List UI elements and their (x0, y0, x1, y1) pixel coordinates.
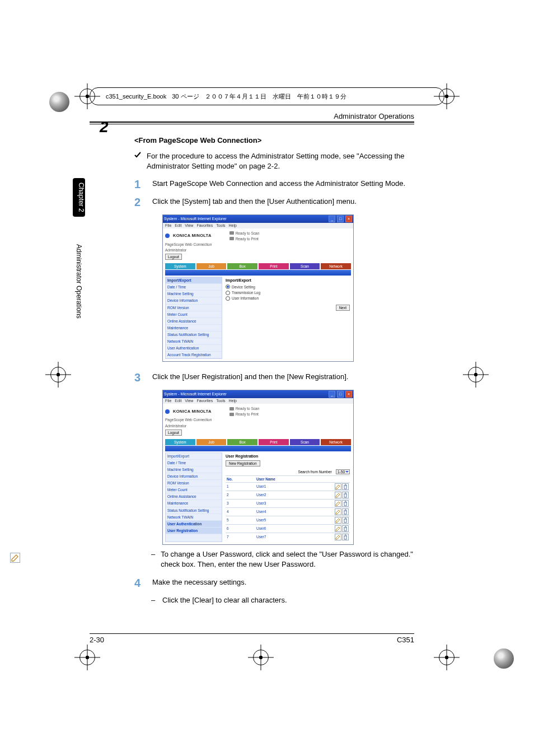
edit-icon (10, 553, 20, 563)
radio-user-info[interactable]: User Information (226, 296, 350, 301)
tab-print[interactable]: Print (259, 439, 289, 445)
step-1: 1 Start PageScope Web Connection and acc… (134, 179, 414, 190)
crop-mark (50, 367, 66, 382)
range-select[interactable]: 1-50 (336, 469, 350, 474)
tab-system[interactable]: System (165, 439, 195, 445)
edit-icon[interactable] (335, 525, 341, 532)
nav-meter-count[interactable]: Meter Count (166, 487, 222, 493)
tab-network[interactable]: Network (321, 263, 351, 269)
status-scan: Ready to Scan (236, 231, 260, 236)
menu-item[interactable]: Tools (216, 398, 225, 404)
nav-machine-setting[interactable]: Machine Setting (166, 291, 222, 297)
window-title: System - Microsoft Internet Explorer (164, 391, 227, 397)
logout-button[interactable]: Logout (165, 254, 182, 260)
delete-icon[interactable] (342, 534, 349, 540)
nav-status-notify[interactable]: Status Notification Setting (166, 332, 222, 338)
menu-item[interactable]: Help (229, 398, 237, 404)
step-text: Click the [User Registration] and then t… (152, 372, 348, 383)
maximize-icon[interactable]: □ (337, 216, 344, 222)
side-nav: Import/Export Date / Time Machine Settin… (165, 277, 222, 359)
close-icon[interactable]: × (345, 391, 352, 398)
delete-icon[interactable] (342, 500, 349, 507)
nav-account-track[interactable]: Account Track Registration (166, 352, 222, 358)
nav-online-assist[interactable]: Online Assistance (166, 318, 222, 325)
nav-device-info[interactable]: Device Information (166, 297, 222, 304)
nav-user-auth[interactable]: User Authentication (166, 521, 222, 528)
delete-icon[interactable] (342, 483, 349, 490)
radio-transmission-log[interactable]: Transmission Log (226, 290, 350, 295)
menu-item[interactable]: Edit (175, 398, 181, 404)
tab-print[interactable]: Print (259, 263, 289, 269)
radio-device-setting[interactable]: Device Setting (226, 284, 350, 290)
tab-box[interactable]: Box (227, 439, 257, 445)
check-icon (134, 151, 141, 171)
delete-icon[interactable] (342, 508, 349, 515)
menu-item[interactable]: Favorites (196, 223, 213, 228)
menu-item[interactable]: View (185, 223, 193, 228)
edit-icon[interactable] (335, 483, 341, 490)
tab-box[interactable]: Box (227, 263, 257, 269)
cell-username: User2 (255, 491, 333, 499)
nav-meter-count[interactable]: Meter Count (166, 311, 222, 318)
maximize-icon[interactable]: □ (337, 391, 344, 398)
cell-no: 2 (226, 491, 255, 499)
logout-button[interactable]: Logout (165, 430, 182, 436)
tab-underline (165, 446, 351, 451)
nav-date-time[interactable]: Date / Time (166, 460, 222, 466)
tab-system[interactable]: System (165, 263, 195, 269)
nav-machine-setting[interactable]: Machine Setting (166, 466, 222, 473)
side-running-text: Administrator Operations (75, 244, 83, 319)
new-registration-button[interactable]: New Registration (226, 460, 260, 466)
delete-icon[interactable] (342, 492, 349, 498)
delete-icon[interactable] (342, 517, 349, 524)
close-icon[interactable]: × (345, 216, 352, 222)
col-no: No. (226, 475, 255, 482)
tab-network[interactable]: Network (321, 439, 351, 445)
tab-scan[interactable]: Scan (290, 439, 320, 445)
crop-mark (253, 650, 269, 665)
menu-item[interactable]: File (165, 398, 171, 404)
nav-device-info[interactable]: Device Information (166, 473, 222, 480)
nav-import-export[interactable]: Import/Export (166, 453, 222, 460)
nav-maintenance[interactable]: Maintenance (166, 500, 222, 507)
nav-user-auth[interactable]: User Authentication (166, 345, 222, 352)
tab-scan[interactable]: Scan (290, 263, 320, 269)
minimize-icon[interactable]: _ (329, 216, 335, 222)
tab-job[interactable]: Job (196, 263, 227, 269)
edit-icon[interactable] (335, 500, 341, 507)
nav-import-export[interactable]: Import/Export (166, 277, 222, 284)
menu-item[interactable]: Tools (216, 223, 225, 228)
menu-item[interactable]: Edit (175, 223, 181, 228)
table-row: 2User2 (226, 491, 350, 499)
nav-status-notify[interactable]: Status Notification Setting (166, 507, 222, 514)
nav-rom-version[interactable]: ROM Version (166, 480, 222, 487)
menu-item[interactable]: View (185, 398, 193, 404)
nav-date-time[interactable]: Date / Time (166, 284, 222, 291)
table-row: 7User7 (226, 533, 350, 541)
nav-rom-version[interactable]: ROM Version (166, 305, 222, 311)
app-tabs: System Job Box Print Scan Network (165, 263, 351, 269)
tab-job[interactable]: Job (196, 439, 227, 445)
brand-name: KONICA MINOLTA (173, 233, 212, 239)
device-status: Ready to Scan Ready to Print (229, 231, 260, 241)
nav-network-twain[interactable]: Network TWAIN (166, 338, 222, 345)
nav-network-twain[interactable]: Network TWAIN (166, 514, 222, 521)
dash-icon: – (151, 549, 155, 570)
menu-item[interactable]: File (165, 223, 171, 228)
role-label: Administrator (165, 423, 351, 428)
edit-icon[interactable] (335, 492, 341, 498)
edit-icon[interactable] (335, 508, 341, 515)
menu-item[interactable]: Help (229, 223, 237, 228)
nav-maintenance[interactable]: Maintenance (166, 325, 222, 332)
edit-icon[interactable] (335, 534, 341, 540)
nav-user-registration[interactable]: User Registration (166, 528, 222, 534)
next-button[interactable]: Next (336, 305, 350, 311)
panel-title: User Registration (226, 454, 350, 459)
minimize-icon[interactable]: _ (329, 391, 335, 398)
nav-online-assist[interactable]: Online Assistance (166, 493, 222, 500)
step-text: Click the [System] tab and then the [Use… (152, 197, 357, 208)
edit-icon[interactable] (335, 517, 341, 524)
menu-item[interactable]: Favorites (196, 398, 213, 404)
delete-icon[interactable] (342, 525, 349, 532)
screenshot-import-export: System - Microsoft Internet Explorer _ □… (162, 214, 354, 362)
